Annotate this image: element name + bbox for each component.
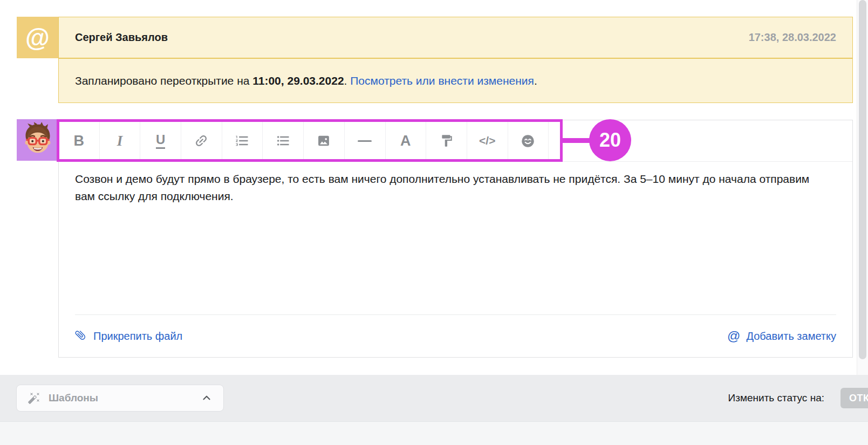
emoji-icon (521, 134, 535, 148)
bold-icon: B (74, 133, 85, 149)
add-note-label: Добавить заметку (746, 330, 836, 343)
underline-icon: U (156, 133, 165, 149)
message-input[interactable]: Созвон и демо будут прямо в браузере, то… (59, 162, 844, 205)
view-or-edit-link[interactable]: Посмотреть или внести изменения (350, 74, 534, 87)
status-open-button[interactable]: отк (840, 388, 868, 408)
bullet-list-button[interactable] (263, 120, 304, 161)
code-button[interactable]: </> (467, 120, 508, 161)
add-note-button[interactable]: @ Добавить заметку (727, 328, 836, 344)
bold-button[interactable]: B (59, 120, 100, 161)
message-prefix: Запланировано переоткрытие на (75, 74, 252, 87)
ordered-list-button[interactable] (222, 120, 263, 161)
chevron-up-icon (201, 392, 213, 404)
note-timestamp: 17:38, 28.03.2022 (749, 31, 836, 44)
attach-file-button[interactable]: Прикрепить файл (75, 328, 182, 344)
magic-wand-icon (28, 392, 40, 405)
font-color-button[interactable]: A (386, 120, 427, 161)
underline-button[interactable]: U (140, 120, 181, 161)
agent-avatar (17, 119, 58, 161)
bottom-action-bar: Шаблоны Изменить статус на: (0, 375, 868, 421)
reply-editor: B I U (58, 120, 853, 358)
image-icon (316, 133, 331, 148)
code-icon: </> (479, 134, 495, 147)
message-end: . (534, 74, 537, 87)
message-datetime: 11:00, 29.03.2022 (252, 74, 344, 87)
insert-link-button[interactable] (181, 120, 222, 161)
bullet-list-icon (276, 133, 291, 148)
templates-button[interactable]: Шаблоны (16, 385, 224, 412)
page-bottom-strip (0, 421, 868, 445)
horizontal-rule-button[interactable] (345, 120, 386, 161)
system-note-body: Запланировано переоткрытие на 11:00, 29.… (58, 58, 853, 103)
italic-icon: I (117, 133, 123, 149)
system-note-message: Запланировано переоткрытие на 11:00, 29.… (75, 74, 537, 87)
ticket-page: @ Сергей Завьялов 17:38, 28.03.2022 Запл… (0, 0, 868, 445)
formatting-toolbar: B I U (59, 120, 852, 162)
horizontal-rule-icon (358, 140, 372, 142)
editor-footer: Прикрепить файл @ Добавить заметку (75, 314, 836, 357)
ordered-list-icon (235, 133, 250, 148)
at-note-icon: @ (727, 328, 740, 344)
insert-image-button[interactable] (304, 120, 345, 161)
paint-roller-icon (440, 134, 454, 148)
paperclip-icon (71, 326, 91, 346)
scrollbar-thumb[interactable] (859, 0, 866, 359)
annotation-connector-line (560, 138, 590, 143)
memoji-avatar-icon (19, 121, 57, 159)
emoji-button[interactable] (508, 120, 549, 161)
system-note-header: Сергей Завьялов 17:38, 28.03.2022 (58, 17, 853, 58)
author-name: Сергей Завьялов (75, 31, 168, 44)
attach-file-label: Прикрепить файл (93, 330, 182, 343)
link-icon (194, 133, 209, 148)
italic-button[interactable]: I (100, 120, 141, 161)
annotation-number-badge: 20 (589, 119, 631, 161)
templates-label: Шаблоны (49, 392, 98, 404)
change-status-label: Изменить статус на: (728, 375, 824, 421)
scrollbar-track (857, 0, 868, 375)
at-icon: @ (17, 17, 58, 58)
font-icon: A (400, 133, 411, 149)
message-dot: . (344, 74, 351, 87)
format-paint-button[interactable] (426, 120, 467, 161)
system-note-banner: Сергей Завьялов 17:38, 28.03.2022 Заплан… (58, 17, 853, 103)
